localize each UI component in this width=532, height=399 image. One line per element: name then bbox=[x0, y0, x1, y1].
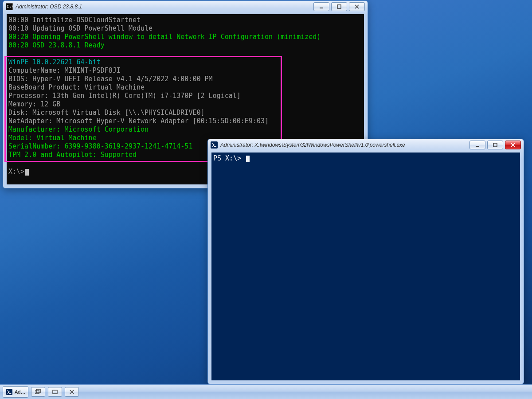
terminal-line: BaseBoard Product: Virtual Machine bbox=[8, 83, 145, 91]
terminal-line: Memory: 12 GB bbox=[8, 100, 60, 108]
minimize-button[interactable] bbox=[313, 2, 329, 11]
terminal-line: BIOS: Hyper-V UEFI Release v4.1 4/5/2022… bbox=[8, 75, 213, 83]
terminal-line: NetAdapter: Microsoft Hyper-V Network Ad… bbox=[8, 117, 269, 125]
cmd-window-title: Administrator: OSD 23.8.8.1 bbox=[16, 4, 82, 10]
taskbar-tile-windows-button[interactable] bbox=[31, 387, 45, 397]
svg-rect-12 bbox=[53, 390, 57, 394]
powershell-icon bbox=[6, 389, 13, 395]
terminal-line: SerialNumber: 6399-9380-3619-2937-1241-4… bbox=[8, 142, 192, 150]
taskbar-task-label: Ad… bbox=[15, 389, 25, 395]
maximize-button[interactable] bbox=[331, 2, 347, 11]
close-button[interactable] bbox=[349, 2, 365, 11]
taskbar-task-button[interactable]: Ad… bbox=[3, 386, 28, 398]
terminal-line: 00:20 OSD 23.8.8.1 Ready bbox=[8, 41, 105, 49]
cursor bbox=[246, 156, 250, 162]
svg-text:C:\: C:\ bbox=[7, 4, 13, 9]
svg-rect-2 bbox=[320, 8, 323, 8]
ps-titlebar[interactable]: Administrator: X:\windows\System32\Windo… bbox=[208, 139, 524, 151]
cursor bbox=[25, 169, 29, 176]
terminal-line: TPM 2.0 and Autopilot: Supported bbox=[8, 151, 137, 159]
powershell-window[interactable]: Administrator: X:\windows\System32\Windo… bbox=[207, 139, 524, 384]
minimize-button[interactable] bbox=[469, 141, 485, 149]
cmd-titlebar[interactable]: C:\ Administrator: OSD 23.8.8.1 bbox=[3, 1, 368, 12]
svg-rect-5 bbox=[214, 146, 216, 147]
cmd-window-controls bbox=[313, 2, 365, 11]
powershell-icon bbox=[211, 141, 218, 149]
close-button[interactable] bbox=[505, 141, 521, 149]
ps-window-controls bbox=[469, 141, 521, 149]
terminal-line: 00:10 Updating OSD PowerShell Module bbox=[8, 24, 153, 32]
ps-window-title: Administrator: X:\windows\System32\Windo… bbox=[220, 142, 405, 148]
cmd-prompt: X:\> bbox=[8, 168, 24, 176]
ps-terminal[interactable]: PS X:\> bbox=[211, 153, 520, 380]
maximize-button[interactable] bbox=[487, 141, 503, 149]
svg-rect-3 bbox=[337, 5, 341, 8]
terminal-line: Manufacturer: Microsoft Corporation bbox=[8, 125, 149, 133]
cmd-icon: C:\ bbox=[6, 3, 13, 10]
desktop: C:\ Administrator: OSD 23.8.8.1 00:00 In… bbox=[0, 0, 532, 399]
svg-rect-11 bbox=[36, 389, 40, 393]
svg-rect-9 bbox=[9, 393, 11, 394]
taskbar-close-button[interactable] bbox=[65, 387, 79, 397]
svg-rect-10 bbox=[35, 390, 39, 394]
terminal-line: Model: Virtual Machine bbox=[8, 134, 97, 142]
svg-rect-6 bbox=[476, 146, 479, 147]
ps-prompt: PS X:\> bbox=[213, 154, 245, 162]
taskbar[interactable]: Ad… bbox=[0, 384, 532, 399]
terminal-line: 00:00 Initialize-OSDCloudStartnet bbox=[8, 16, 141, 24]
svg-rect-7 bbox=[493, 143, 497, 147]
terminal-line: ComputerName: MININT-PSDF8JI bbox=[8, 66, 121, 74]
taskbar-show-desktop-button[interactable] bbox=[48, 387, 62, 397]
terminal-line: Disk: Microsoft Virtual Disk [\\.\PHYSIC… bbox=[8, 109, 205, 117]
terminal-line: 00:20 Opening PowerShell window to detai… bbox=[8, 33, 321, 41]
terminal-line: WinPE 10.0.22621 64-bit bbox=[8, 58, 101, 66]
terminal-line: Processor: 13th Gen Intel(R) Core(TM) i7… bbox=[8, 92, 241, 100]
